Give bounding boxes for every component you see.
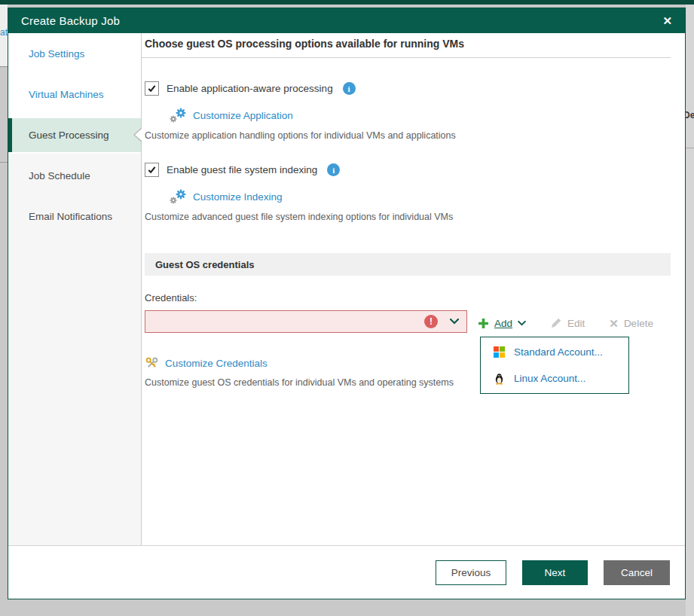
- file-indexing-checkbox[interactable]: [145, 163, 159, 177]
- app-aware-description: Customize application handling options f…: [145, 130, 671, 141]
- info-icon[interactable]: i: [327, 163, 340, 176]
- wizard-steps-sidebar: Job Settings Virtual Machines Guest Proc…: [8, 33, 142, 545]
- plus-icon: [478, 318, 489, 329]
- sidebar-item-virtual-machines[interactable]: Virtual Machines: [8, 74, 141, 114]
- customize-application-link[interactable]: Customize Application: [193, 110, 293, 121]
- sidebar-item-email-notifications[interactable]: Email Notifications: [8, 196, 141, 236]
- close-button[interactable]: ✕: [659, 14, 675, 28]
- menu-item-linux-account[interactable]: Linux Account...: [481, 365, 628, 392]
- validation-error-icon: !: [424, 315, 438, 328]
- background-right-gridline: [686, 148, 694, 148]
- section-title: Guest OS credentials: [155, 259, 255, 270]
- menu-item-label: Linux Account...: [514, 373, 585, 384]
- chevron-down-icon: [518, 321, 526, 326]
- windows-logo-icon: [494, 346, 505, 358]
- cancel-button[interactable]: Cancel: [604, 560, 670, 585]
- customize-credentials-link[interactable]: Customize Credentials: [165, 358, 268, 369]
- linux-tux-icon: [494, 373, 505, 385]
- pencil-icon: [550, 317, 562, 329]
- dialog-titlebar: Create Backup Job ✕: [8, 8, 685, 33]
- file-indexing-row: Enable guest file system indexing i: [145, 163, 340, 177]
- dialog-title: Create Backup Job: [21, 14, 120, 27]
- credentials-combobox[interactable]: !: [145, 310, 467, 333]
- close-icon: ✕: [662, 14, 672, 27]
- gears-icon: [170, 108, 186, 123]
- guest-processing-panel: Choose guest OS processing options avail…: [142, 33, 685, 545]
- app-aware-checkbox[interactable]: [145, 81, 159, 96]
- checkmark-icon: [147, 84, 157, 93]
- background-left-gridline: [0, 162, 8, 163]
- menu-item-standard-account[interactable]: Standard Account...: [481, 339, 628, 365]
- sidebar-item-job-schedule[interactable]: Job Schedule: [8, 155, 141, 196]
- sidebar-item-label: Job Schedule: [29, 170, 90, 181]
- add-button-label: Add: [494, 318, 512, 329]
- sidebar-item-label: Virtual Machines: [29, 89, 104, 100]
- app-aware-checkbox-label: Enable application-aware processing: [167, 83, 333, 94]
- file-indexing-checkbox-label: Enable guest file system indexing: [167, 164, 317, 175]
- page-title: Choose guest OS processing options avail…: [142, 38, 671, 58]
- sidebar-item-label: Job Settings: [29, 48, 84, 59]
- edit-credentials-button[interactable]: Edit: [550, 317, 585, 329]
- delete-credentials-button[interactable]: ✕ Delete: [609, 318, 653, 329]
- info-icon[interactable]: i: [343, 82, 356, 95]
- file-indexing-description: Customize advanced guest file system ind…: [145, 212, 671, 222]
- background-right-panel: De: [686, 5, 694, 616]
- sidebar-item-job-settings[interactable]: Job Settings: [8, 33, 141, 74]
- edit-button-label: Edit: [567, 318, 585, 329]
- previous-button[interactable]: Previous: [436, 560, 506, 585]
- guest-os-credentials-header: Guest OS credentials: [145, 253, 671, 276]
- checkmark-icon: [147, 165, 157, 175]
- menu-item-label: Standard Account...: [514, 346, 603, 358]
- customize-credentials-row: Customize Credentials: [145, 355, 268, 371]
- sidebar-item-label: Guest Processing: [29, 130, 109, 141]
- background-left-panel: at: [0, 5, 8, 67]
- credentials-toolbar: Add Edit ✕ Delete: [478, 315, 653, 331]
- dialog-footer: Previous Next Cancel: [8, 545, 685, 599]
- chevron-down-icon: [450, 319, 459, 325]
- selected-step-notch-fill: [135, 129, 142, 141]
- create-backup-job-dialog: Create Backup Job ✕ Job Settings Virtual…: [8, 8, 686, 599]
- delete-button-label: Delete: [624, 318, 653, 329]
- customize-indexing-link[interactable]: Customize Indexing: [193, 191, 283, 203]
- sidebar-item-label: Email Notifications: [29, 211, 112, 222]
- add-credentials-button[interactable]: Add: [478, 318, 526, 329]
- customize-application-row: Customize Application: [170, 108, 293, 123]
- delete-x-icon: ✕: [609, 318, 619, 329]
- background-left-text-fragment: at: [0, 27, 8, 38]
- gears-icon: [170, 189, 186, 204]
- add-account-dropdown-menu: Standard Account... Linux Account...: [480, 337, 629, 394]
- customize-indexing-row: Customize Indexing: [170, 189, 283, 204]
- next-button[interactable]: Next: [522, 560, 588, 585]
- app-aware-processing-row: Enable application-aware processing i: [145, 81, 356, 96]
- credentials-label: Credentials:: [145, 292, 197, 303]
- background-app-header-strip: [0, 0, 694, 5]
- keys-icon: [145, 356, 159, 371]
- sidebar-item-guest-processing[interactable]: Guest Processing: [8, 114, 141, 155]
